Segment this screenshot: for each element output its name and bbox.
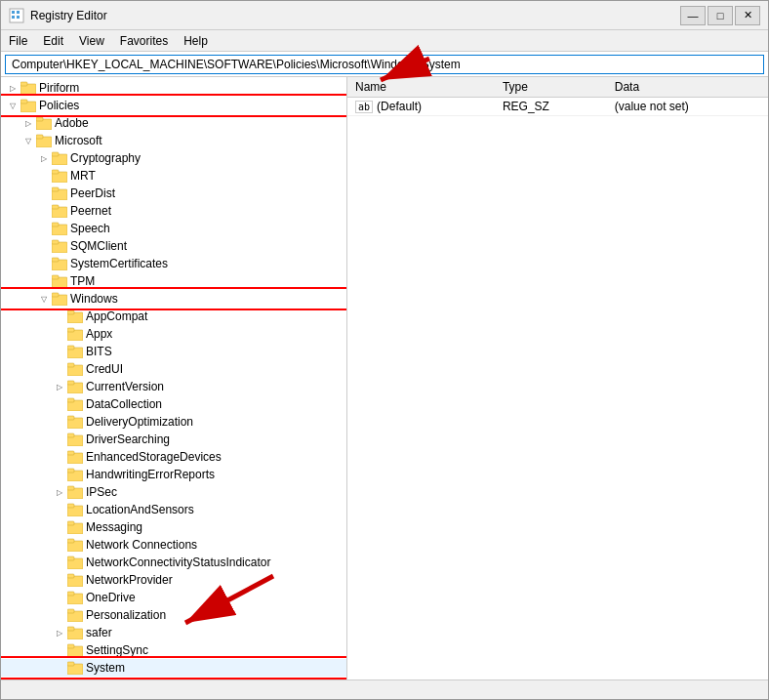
- tree-item-settingsync[interactable]: SettingSync: [1, 641, 346, 659]
- svg-rect-68: [67, 627, 74, 631]
- expander-appx: [52, 326, 67, 342]
- menu-favorites[interactable]: Favorites: [112, 30, 176, 51]
- tree-item-sqmclient[interactable]: SQMClient: [1, 237, 346, 255]
- tree-item-peerdist[interactable]: PeerDist: [1, 185, 346, 202]
- svg-rect-44: [67, 416, 74, 420]
- col-name[interactable]: Name: [347, 77, 495, 98]
- expander-ipsec[interactable]: [52, 484, 67, 500]
- table-row[interactable]: ab(Default)REG_SZ(value not set): [347, 98, 768, 116]
- folder-icon-adobe: [36, 116, 52, 130]
- svg-rect-46: [67, 433, 74, 437]
- tree-item-bits[interactable]: BITS: [1, 343, 346, 360]
- svg-rect-36: [67, 346, 74, 350]
- expander-cryptography[interactable]: [36, 150, 52, 166]
- registry-table: Name Type Data ab(Default)REG_SZ(value n…: [347, 77, 768, 116]
- tree-item-networkconnectivitystatusindicator[interactable]: NetworkConnectivityStatusIndicator: [1, 554, 346, 571]
- address-input[interactable]: [5, 55, 764, 74]
- minimize-button[interactable]: —: [680, 6, 706, 25]
- svg-rect-48: [67, 451, 74, 455]
- expander-adobe[interactable]: [20, 115, 36, 131]
- svg-rect-62: [67, 574, 74, 578]
- tree-item-messaging[interactable]: Messaging: [1, 518, 346, 536]
- svg-rect-34: [67, 328, 74, 332]
- svg-rect-4: [17, 16, 20, 19]
- expander-deliveryoptimization: [52, 414, 67, 430]
- tree-label-messaging: Messaging: [86, 520, 142, 534]
- tree-label-piriform: Piriform: [39, 81, 79, 95]
- col-data[interactable]: Data: [607, 77, 768, 98]
- tree-item-ipsec[interactable]: IPSec: [1, 483, 346, 501]
- maximize-button[interactable]: □: [708, 6, 733, 25]
- tree-label-sqmclient: SQMClient: [70, 239, 127, 253]
- tree-panel: PiriformPoliciesAdobeMicrosoftCryptograp…: [1, 77, 347, 679]
- tree-label-locationandsensors: LocationAndSensors: [86, 503, 194, 516]
- tree-item-peernet[interactable]: Peernet: [1, 202, 346, 220]
- folder-icon-currentversion: [67, 380, 83, 393]
- expander-microsoft[interactable]: [20, 133, 36, 148]
- tree-label-deliveryoptimization: DeliveryOptimization: [86, 415, 193, 429]
- tree-item-currentversion[interactable]: CurrentVersion: [1, 378, 346, 395]
- reg-name: ab(Default): [347, 98, 495, 116]
- expander-onedrive: [52, 590, 67, 605]
- tree-item-appx[interactable]: Appx: [1, 325, 346, 343]
- folder-icon-appx: [67, 327, 83, 341]
- expander-networkconnections: [52, 537, 67, 553]
- tree-item-driversearching[interactable]: DriverSearching: [1, 431, 346, 448]
- svg-rect-38: [67, 363, 74, 367]
- tree-item-locationandsensors[interactable]: LocationAndSensors: [1, 501, 346, 518]
- tree-label-appx: Appx: [86, 327, 112, 341]
- menu-view[interactable]: View: [71, 30, 112, 51]
- menu-edit[interactable]: Edit: [35, 30, 71, 51]
- expander-currentversion[interactable]: [52, 379, 67, 394]
- tree-item-networkconnections[interactable]: Network Connections: [1, 536, 346, 554]
- tree-item-microsoft[interactable]: Microsoft: [1, 132, 346, 149]
- tree-item-safer[interactable]: safer: [1, 624, 346, 641]
- app-icon: [9, 8, 24, 23]
- expander-credui: [52, 361, 67, 377]
- expander-mrt: [36, 168, 52, 184]
- expander-windows[interactable]: [36, 291, 52, 307]
- expander-peerdist: [36, 185, 52, 201]
- tree-item-credui[interactable]: CredUI: [1, 360, 346, 378]
- expander-safer[interactable]: [52, 625, 67, 640]
- tree-item-adobe[interactable]: Adobe: [1, 114, 346, 132]
- tree-item-datacollection[interactable]: DataCollection: [1, 395, 346, 413]
- close-button[interactable]: ✕: [735, 6, 760, 25]
- menu-help[interactable]: Help: [176, 30, 216, 51]
- expander-enhancedstoragedevices: [52, 449, 67, 465]
- tree-item-appcompat[interactable]: AppCompat: [1, 308, 346, 325]
- tree-item-speech[interactable]: Speech: [1, 220, 346, 237]
- tree-item-cryptography[interactable]: Cryptography: [1, 149, 346, 167]
- tree-item-onedrive[interactable]: OneDrive: [1, 589, 346, 606]
- tree-item-tpm[interactable]: TPM: [1, 272, 346, 290]
- expander-piriform[interactable]: [5, 80, 20, 96]
- menu-file[interactable]: File: [1, 30, 35, 51]
- svg-rect-72: [67, 662, 74, 666]
- tree-label-networkprovider: NetworkProvider: [86, 573, 173, 587]
- tree-label-driversearching: DriverSearching: [86, 432, 170, 446]
- tree-item-enhancedstoragedevices[interactable]: EnhancedStorageDevices: [1, 448, 346, 466]
- tree-item-handwritingerrorreports[interactable]: HandwritingErrorReports: [1, 466, 346, 483]
- expander-policies[interactable]: [5, 98, 20, 113]
- tree-item-mrt[interactable]: MRT: [1, 167, 346, 185]
- expander-bits: [52, 344, 67, 359]
- right-panel: Name Type Data ab(Default)REG_SZ(value n…: [347, 77, 768, 679]
- tree-item-windows[interactable]: Windows: [1, 290, 346, 308]
- expander-networkprovider: [52, 572, 67, 588]
- tree-label-networkconnectivitystatusindicator: NetworkConnectivityStatusIndicator: [86, 556, 270, 569]
- folder-icon-mrt: [52, 169, 67, 183]
- main-content: PiriformPoliciesAdobeMicrosoftCryptograp…: [1, 77, 768, 679]
- svg-rect-2: [12, 16, 15, 19]
- expander-personalization: [52, 607, 67, 623]
- tree-item-systemcertificates[interactable]: SystemCertificates: [1, 255, 346, 272]
- tree-item-deliveryoptimization[interactable]: DeliveryOptimization: [1, 413, 346, 431]
- tree-item-piriform[interactable]: Piriform: [1, 79, 346, 97]
- tree-label-cryptography: Cryptography: [70, 151, 141, 165]
- tree-item-system[interactable]: System: [1, 659, 346, 677]
- folder-icon-peerdist: [52, 186, 67, 200]
- tree-label-appcompat: AppCompat: [86, 309, 147, 323]
- tree-item-policies[interactable]: Policies: [1, 97, 346, 114]
- tree-item-personalization[interactable]: Personalization: [1, 606, 346, 624]
- tree-item-networkprovider[interactable]: NetworkProvider: [1, 571, 346, 589]
- col-type[interactable]: Type: [495, 77, 607, 98]
